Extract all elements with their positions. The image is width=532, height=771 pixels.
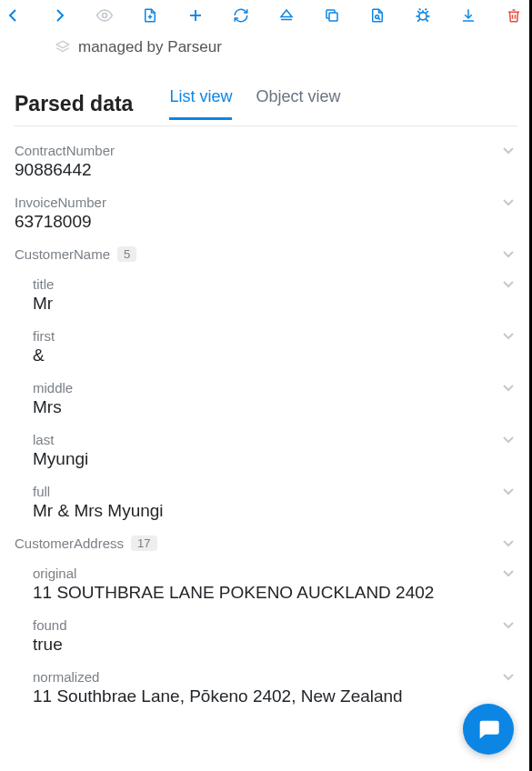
tab-list-view[interactable]: List view bbox=[169, 87, 232, 120]
chevron-down-icon[interactable] bbox=[501, 432, 516, 446]
chevron-down-icon[interactable] bbox=[501, 617, 516, 632]
view-tabs: List view Object view bbox=[169, 87, 340, 120]
field-customer-name-middle: middle Mrs bbox=[15, 371, 517, 423]
chevron-down-icon[interactable] bbox=[501, 669, 516, 684]
svg-point-8 bbox=[376, 15, 379, 19]
field-value: true bbox=[33, 633, 517, 655]
field-contract-number: ContractNumber 90886442 bbox=[15, 134, 517, 185]
eject-button[interactable] bbox=[276, 5, 296, 25]
nav-back-button[interactable] bbox=[4, 5, 24, 25]
chevron-down-icon[interactable] bbox=[501, 195, 516, 209]
field-label-text: CustomerName bbox=[15, 246, 110, 262]
field-label: first bbox=[33, 328, 517, 344]
add-button[interactable] bbox=[186, 5, 206, 25]
header-row: Parsed data List view Object view bbox=[15, 71, 517, 125]
svg-marker-5 bbox=[281, 10, 292, 17]
delete-button[interactable] bbox=[504, 5, 524, 25]
chevron-down-icon[interactable] bbox=[501, 566, 516, 580]
bug-button[interactable] bbox=[413, 5, 433, 25]
field-customer-address: CustomerAddress 17 bbox=[15, 526, 517, 556]
field-customer-name-last: last Myungi bbox=[15, 423, 517, 475]
copy-button[interactable] bbox=[322, 5, 342, 25]
field-label: title bbox=[33, 276, 517, 292]
refresh-button[interactable] bbox=[231, 5, 251, 25]
field-label: InvoiceNumber bbox=[15, 195, 517, 210]
svg-point-0 bbox=[103, 14, 107, 18]
page-title: Parsed data bbox=[15, 92, 133, 116]
chevron-down-icon[interactable] bbox=[501, 536, 516, 550]
content-scroll[interactable]: Parsed data List view Object view Contra… bbox=[0, 71, 532, 760]
stack-icon bbox=[55, 39, 71, 55]
toolbar bbox=[0, 0, 532, 31]
svg-line-9 bbox=[378, 18, 380, 20]
nav-forward-button[interactable] bbox=[49, 5, 69, 25]
field-value: 11 SOUTHBRAE LANE POKENO AUCKLAND 2402 bbox=[33, 581, 517, 603]
managed-by-label: managed by Parseur bbox=[78, 38, 222, 56]
field-value: 11 Southbrae Lane, Pōkeno 2402, New Zeal… bbox=[33, 685, 517, 706]
chevron-down-icon[interactable] bbox=[501, 484, 516, 498]
count-badge: 5 bbox=[117, 246, 136, 262]
tab-object-view[interactable]: Object view bbox=[256, 87, 340, 117]
field-customer-address-found: found true bbox=[15, 608, 517, 660]
field-value: & bbox=[33, 344, 517, 365]
chevron-down-icon[interactable] bbox=[501, 143, 516, 157]
field-label-text: CustomerAddress bbox=[15, 536, 124, 551]
new-file-button[interactable] bbox=[140, 5, 160, 25]
field-value: Mr bbox=[33, 292, 517, 314]
chevron-down-icon[interactable] bbox=[501, 380, 516, 395]
field-label: found bbox=[33, 617, 517, 633]
field-value: Mrs bbox=[33, 396, 517, 417]
field-label: full bbox=[33, 484, 517, 499]
field-customer-name-full: full Mr & Mrs Myungi bbox=[15, 475, 517, 526]
field-label: middle bbox=[33, 380, 517, 396]
field-label: ContractNumber bbox=[15, 143, 517, 158]
field-value: Mr & Mrs Myungi bbox=[33, 499, 517, 521]
svg-rect-7 bbox=[329, 13, 337, 21]
field-customer-name-title: title Mr bbox=[15, 267, 517, 319]
count-badge: 17 bbox=[131, 536, 156, 551]
field-label: CustomerName 5 bbox=[15, 246, 517, 262]
download-button[interactable] bbox=[458, 5, 478, 25]
field-label: last bbox=[33, 432, 517, 447]
chevron-down-icon[interactable] bbox=[501, 328, 516, 343]
field-value: 90886442 bbox=[15, 158, 517, 180]
field-label: original bbox=[33, 566, 517, 581]
field-customer-address-original: original 11 SOUTHBRAE LANE POKENO AUCKLA… bbox=[15, 556, 517, 608]
chevron-down-icon[interactable] bbox=[501, 276, 516, 291]
field-value: 63718009 bbox=[15, 210, 517, 232]
divider bbox=[15, 125, 517, 126]
managed-by-row: managed by Parseur bbox=[0, 31, 532, 71]
chevron-down-icon[interactable] bbox=[501, 246, 516, 261]
field-label: CustomerAddress 17 bbox=[15, 536, 517, 551]
field-invoice-number: InvoiceNumber 63718009 bbox=[15, 185, 517, 237]
search-file-button[interactable] bbox=[367, 5, 387, 25]
field-customer-name-first: first & bbox=[15, 319, 517, 371]
field-customer-name: CustomerName 5 bbox=[15, 237, 517, 267]
field-value: Myungi bbox=[33, 447, 517, 469]
field-label: normalized bbox=[33, 669, 517, 685]
field-customer-address-normalized: normalized 11 Southbrae Lane, Pōkeno 240… bbox=[15, 660, 517, 712]
eye-icon[interactable] bbox=[95, 5, 115, 25]
svg-point-10 bbox=[419, 13, 427, 20]
chat-fab[interactable] bbox=[463, 704, 514, 755]
svg-marker-13 bbox=[56, 41, 69, 48]
